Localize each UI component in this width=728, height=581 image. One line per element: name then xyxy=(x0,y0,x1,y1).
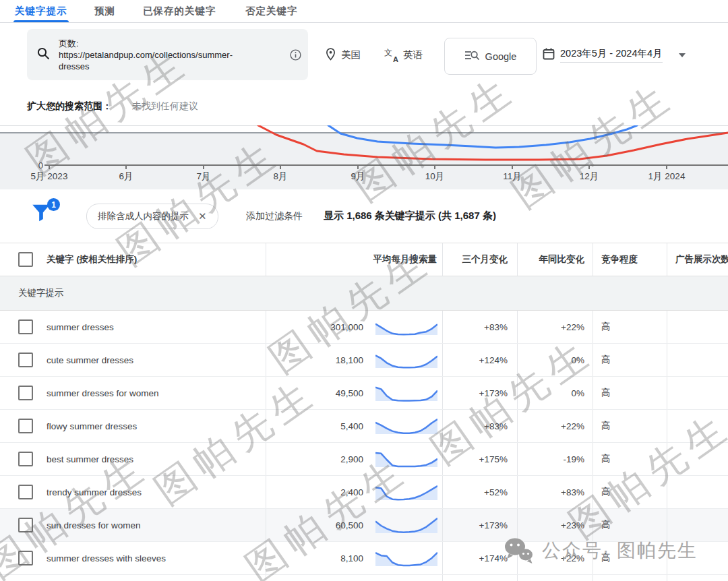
keyword-label: sun dresses for women xyxy=(47,520,141,530)
results-summary: 显示 1,686 条关键字提示 (共 1,687 条) xyxy=(324,189,496,243)
table-row[interactable]: ladies summer dresses1,300+140%-17%高 xyxy=(0,575,728,581)
info-icon[interactable] xyxy=(290,49,301,63)
filter-button[interactable]: 1 xyxy=(30,201,58,229)
ad-impression-share-cell xyxy=(667,509,728,541)
broaden-label: 扩大您的搜索范围： xyxy=(27,100,112,113)
row-checkbox[interactable] xyxy=(18,419,33,433)
svg-text:9月: 9月 xyxy=(351,171,365,181)
date-range-selector[interactable]: 2023年5月 - 2024年4月 xyxy=(543,22,686,88)
header-cell-3[interactable]: 三个月变化 xyxy=(443,243,518,276)
keyword-trend-sparkline xyxy=(375,350,437,370)
seed-url-input[interactable]: 页数: https://petalandpup.com/collections/… xyxy=(27,29,308,80)
filter-chip-exclude-adult[interactable]: 排除含成人内容的提示 ✕ xyxy=(86,204,218,229)
broaden-value: 未找到任何建议 xyxy=(132,100,198,113)
header-cell-5[interactable]: 竞争程度 xyxy=(593,243,667,276)
three-month-change-cell: +83% xyxy=(443,311,518,343)
table-row[interactable]: best summer dresses2,900+175%-19%高 xyxy=(0,443,728,476)
competition-cell: 高 xyxy=(593,443,667,475)
keyword-trend-sparkline xyxy=(375,383,437,403)
keyword-cell: cute summer dresses xyxy=(0,344,266,376)
header-cell-2[interactable]: 平均每月搜索量 xyxy=(266,243,443,276)
location-selector[interactable]: 美国 xyxy=(326,22,361,88)
tab-1[interactable]: 关键字提示 xyxy=(15,0,67,22)
volume-value: 18,100 xyxy=(336,355,363,365)
yoy-change-cell: +22% xyxy=(518,542,593,574)
search-icon xyxy=(36,47,50,63)
row-checkbox[interactable] xyxy=(18,386,33,400)
table-body: summer dresses301,000+83%+22%高cute summe… xyxy=(0,311,728,581)
seed-url-line1: https://petalandpup.com/collections/summ… xyxy=(59,49,272,61)
volume-value: 8,100 xyxy=(340,553,363,563)
three-month-change-cell: +83% xyxy=(443,410,518,442)
language-selector[interactable]: 文A 英语 xyxy=(384,22,423,88)
svg-text:8月: 8月 xyxy=(273,171,287,181)
row-checkbox[interactable] xyxy=(18,452,33,466)
tab-4[interactable]: 否定关键字 xyxy=(245,0,298,22)
three-month-change-cell: +173% xyxy=(443,509,518,541)
calendar-icon xyxy=(543,48,555,62)
header-cell-6[interactable]: 广告展示次数 xyxy=(667,243,728,276)
table-row[interactable]: sun dresses for women60,500+173%+23%高 xyxy=(0,509,728,542)
tab-2[interactable]: 预测 xyxy=(94,0,115,22)
header-cell-1[interactable]: 关键字 (按相关性排序) xyxy=(0,243,266,276)
yoy-change-cell: +22% xyxy=(518,410,593,442)
row-checkbox[interactable] xyxy=(18,518,33,532)
three-month-change-cell: +52% xyxy=(443,476,518,508)
yoy-change-cell: +22% xyxy=(518,311,593,343)
keyword-label: summer dresses xyxy=(47,322,114,332)
keyword-trend-sparkline xyxy=(375,449,437,469)
competition-cell: 高 xyxy=(593,344,667,376)
table-row[interactable]: flowy summer dresses5,400+83%+22%高 xyxy=(0,410,728,443)
tab-bar: 关键字提示预测已保存的关键字否定关键字 xyxy=(0,0,728,23)
header-cell-4[interactable]: 年同比变化 xyxy=(518,243,593,276)
ad-impression-share-cell xyxy=(667,542,728,574)
keyword-trend-sparkline xyxy=(375,317,437,337)
svg-text:5月 2023: 5月 2023 xyxy=(31,171,68,181)
volume-value: 60,500 xyxy=(336,520,363,530)
table-row[interactable]: summer dresses for women49,500+173%0%高 xyxy=(0,377,728,410)
add-filter-button[interactable]: 添加过滤条件 xyxy=(246,189,303,243)
keyword-cell: best summer dresses xyxy=(0,443,266,475)
competition-cell: 高 xyxy=(593,542,667,574)
keyword-cell: ladies summer dresses xyxy=(0,575,266,581)
table-row[interactable]: summer dresses with sleeves8,100+174%+22… xyxy=(0,542,728,575)
volume-cell: 1,300 xyxy=(266,575,443,581)
yoy-change-cell: -19% xyxy=(518,443,593,475)
close-icon[interactable]: ✕ xyxy=(198,210,207,222)
tab-3[interactable]: 已保存的关键字 xyxy=(143,0,216,22)
ad-impression-share-cell xyxy=(667,443,728,475)
seed-url-prefix: 页数: xyxy=(59,38,272,49)
yoy-change-cell: 0% xyxy=(518,344,593,376)
seed-url-text: 页数: https://petalandpup.com/collections/… xyxy=(59,38,272,72)
keyword-cell: sun dresses for women xyxy=(0,509,266,541)
table-row[interactable]: cute summer dresses18,100+124%0%高 xyxy=(0,344,728,377)
keyword-cell: summer dresses for women xyxy=(0,377,266,409)
yoy-change-cell: 0% xyxy=(518,377,593,409)
row-checkbox[interactable] xyxy=(18,319,33,334)
competition-cell: 高 xyxy=(593,509,667,541)
table-row[interactable]: summer dresses301,000+83%+22%高 xyxy=(0,311,728,344)
volume-value: 301,000 xyxy=(330,322,363,332)
row-checkbox[interactable] xyxy=(18,485,33,499)
three-month-change-cell: +174% xyxy=(443,542,518,574)
network-selector[interactable]: Google xyxy=(444,38,537,75)
date-range-label: 2023年5月 - 2024年4月 xyxy=(560,47,663,63)
row-checkbox[interactable] xyxy=(18,551,33,565)
keyword-trend-sparkline xyxy=(375,416,437,436)
row-checkbox[interactable] xyxy=(18,353,33,367)
volume-cell: 301,000 xyxy=(266,311,443,343)
ad-impression-share-cell xyxy=(667,311,728,343)
volume-cell: 2,400 xyxy=(266,476,443,508)
select-all-checkbox[interactable] xyxy=(18,252,33,267)
ad-impression-share-cell xyxy=(667,476,728,508)
ad-impression-share-cell xyxy=(667,344,728,376)
volume-value: 2,400 xyxy=(340,487,363,497)
competition-cell: 高 xyxy=(593,575,667,581)
search-toolbar: 页数: https://petalandpup.com/collections/… xyxy=(0,22,728,88)
location-label: 美国 xyxy=(341,49,361,61)
table-row[interactable]: trendy summer dresses2,400+52%+83%高 xyxy=(0,476,728,509)
header-keyword-label: 关键字 (按相关性排序) xyxy=(47,253,137,266)
yoy-change-cell: +83% xyxy=(518,476,593,508)
search-network-icon xyxy=(464,49,479,63)
volume-value: 2,900 xyxy=(340,454,363,464)
